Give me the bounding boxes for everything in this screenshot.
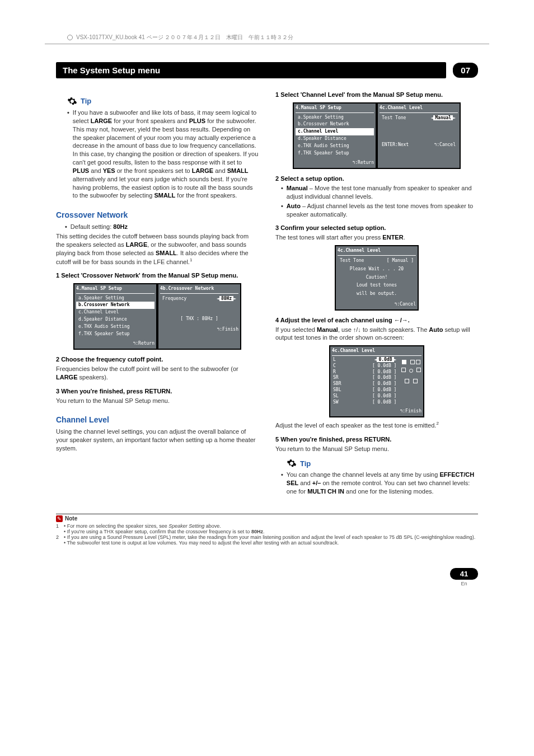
book-header: VSX-1017TXV_KU.book 41 ページ ２００７年４月１２日 木曜… (0, 0, 534, 41)
osd-item: f.THX Speaker Setup (296, 150, 374, 157)
footnote-2-ref: 2 (436, 421, 438, 426)
gear-icon (287, 458, 297, 468)
crossover-default-text: Default setting: 80Hz (71, 223, 128, 231)
osd-item: a.Speaker Setting (76, 295, 154, 302)
osd-ch: C (333, 363, 336, 369)
osd-warn-2: Loud test tones (338, 281, 416, 290)
bullet-icon: • (65, 223, 67, 231)
osd-ch: L (333, 357, 336, 363)
osd-foot: ↰:Cancel (338, 302, 416, 308)
osd-db: 0.0dB (378, 381, 391, 386)
tip-body-right: You can change the channel levels at any… (287, 471, 478, 496)
crossover-default: • Default setting: 80Hz (65, 223, 259, 231)
book-header-text: VSX-1017TXV_KU.book 41 ページ ２００７年４月１２日 木曜… (76, 34, 293, 41)
osd-db: 0.0dB (378, 375, 391, 380)
gear-icon (67, 96, 77, 106)
osd-db: 0.0dB (378, 387, 391, 392)
osd-warn-3: will be output. (338, 290, 416, 298)
osd-warn-1: Caution! (338, 274, 416, 282)
note-rule (56, 514, 478, 514)
note-header: ✎ Note (56, 515, 478, 522)
tip-label-left: Tip (81, 96, 91, 106)
osd-title: 4c.Channel Level (332, 348, 421, 356)
chlevel-step-4: 4 Adjust the level of each channel using… (275, 316, 478, 325)
osd-ch: SL (333, 393, 339, 400)
osd-title: 4c.Channel Level (338, 248, 416, 256)
note-label: Note (65, 515, 77, 522)
bullet-icon: • (281, 202, 283, 219)
channel-level-heading: Channel Level (56, 415, 259, 425)
note-badge-icon: ✎ (56, 515, 63, 522)
chapter-number: 07 (453, 63, 478, 78)
chlevel-step-4-text: If you selected Manual, use ↑/↓ to switc… (275, 326, 478, 342)
bullet-icon: • (67, 109, 69, 200)
osd-testtone-label: Test Tone (382, 115, 406, 121)
chlevel-step-4-after-text: Adjust the level of each speaker as the … (275, 422, 436, 429)
osd-testtone-label: Test Tone (340, 258, 364, 264)
footnote-1-ref: 1 (190, 257, 192, 262)
note-1b-text: If you're using a THX speaker setup, con… (67, 529, 265, 534)
osd-item: f.THX Speaker Setup (76, 331, 154, 338)
page-number-block: 41 En (450, 568, 478, 586)
osd-foot: ↰:Return (76, 341, 154, 347)
footnotes: 1• For more on selecting the speaker siz… (56, 523, 478, 546)
osd-chlevel-c-wrap: 4c.Channel Level L◄0.0dB► C[ 0.0dB ] R[ … (275, 345, 478, 417)
osd-foot: ↰:Finish (332, 408, 421, 415)
osd-title: 4.Manual SP Setup (296, 105, 374, 113)
note-2b-text: The subwoofer test tone is output at low… (67, 540, 339, 546)
osd-db: 0.0dB (378, 400, 391, 405)
osd-crossover-pair: 4.Manual SP Setup a.Speaker Setting b.Cr… (56, 283, 259, 350)
tip-text-left: • If you have a subwoofer and like lots … (67, 109, 259, 200)
osd-channel-level-c: 4c.Channel Level L◄0.0dB► C[ 0.0dB ] R[ … (329, 345, 424, 417)
osd-channel-level-b: 4c.Channel Level Test Tone [ Manual ] Pl… (335, 245, 419, 311)
chlevel-manual-text: Manual – Move the test tone manually fro… (287, 184, 478, 201)
header-rule (45, 44, 489, 44)
osd-db: 0.0dB (378, 369, 391, 374)
osd-crossover-network: 4b.Crossover Network Frequency ◄80Hz► [ … (157, 283, 241, 350)
osd-manual-sp-setup: 4.Manual SP Setup a.Speaker Setting b.Cr… (73, 283, 157, 350)
chapter-title: The System Setup menu (56, 62, 446, 78)
left-column: Tip • If you have a subwoofer and like l… (56, 91, 259, 497)
osd-title: 4c.Channel Level (380, 105, 458, 113)
osd-item-selected: c.Channel Level (296, 128, 374, 135)
crossover-step-3: 3 When you're finished, press RETURN. (56, 387, 259, 396)
right-column: 1 Select 'Channel Level' from the Manual… (275, 91, 478, 497)
osd-item: d.Speaker Distance (76, 316, 154, 323)
chlevel-step-3-text: The test tones will start after you pres… (275, 233, 478, 242)
osd-ch: SR (333, 375, 339, 381)
chlevel-step-5-text: You return to the Manual SP Setup menu. (275, 445, 478, 453)
crossover-step-2-text: Frequencies below the cutoff point will … (56, 365, 259, 382)
osd-db: 0.0dB (377, 357, 394, 362)
note-1a-text: For more on selecting the speaker sizes,… (67, 523, 221, 529)
osd-ch: SBR (333, 381, 341, 387)
header-bullet-icon (67, 35, 73, 40)
osd-foot-left: ENTER:Next (382, 142, 409, 148)
osd-channel-level-a: 4c.Channel Level Test Tone ◄Manual► ENTE… (377, 102, 461, 169)
osd-db: 0.0dB (378, 393, 391, 398)
channel-level-para: Using the channel level settings, you ca… (56, 428, 259, 453)
osd-item: a.Speaker Setting (296, 114, 374, 121)
crossover-step-2: 2 Choose the frequency cutoff point. (56, 355, 259, 364)
osd-item: c.Channel Level (76, 309, 154, 316)
tip-label-right: Tip (300, 459, 311, 469)
osd-foot: ↰:Finish (160, 327, 238, 333)
chlevel-step-5: 5 When you're finished, press RETURN. (275, 435, 478, 444)
chlevel-step-3: 3 Confirm your selected setup option. (275, 224, 478, 232)
osd-ch: SW (333, 400, 339, 406)
osd-item: b.Crossover Network (296, 121, 374, 128)
osd-item: e.THX Audio Setting (76, 323, 154, 331)
osd-testtone-value: Manual (433, 115, 453, 120)
crossover-step-1: 1 Select 'Crossover Network' from the Ma… (56, 271, 259, 280)
osd-ch: SBL (333, 387, 341, 393)
osd-thx: [ THX : 80Hz ] (160, 315, 238, 323)
page-language: En (450, 581, 478, 586)
osd-chlevel-b-wrap: 4c.Channel Level Test Tone [ Manual ] Pl… (275, 245, 478, 311)
osd-wait: Please Wait . . . 20 (338, 265, 416, 274)
tip-header-left: Tip (67, 96, 259, 106)
chlevel-step-4-after: Adjust the level of each speaker as the … (275, 421, 478, 430)
osd-foot-right: ↰:Cancel (434, 142, 456, 148)
note-2a-text: If you are using a Sound Pressure Level … (67, 534, 476, 540)
crossover-step-3-text: You return to the Manual SP Setup menu. (56, 397, 259, 405)
tip-body-left: If you have a subwoofer and like lots of… (73, 109, 259, 200)
osd-freq-label: Frequency (162, 296, 186, 302)
